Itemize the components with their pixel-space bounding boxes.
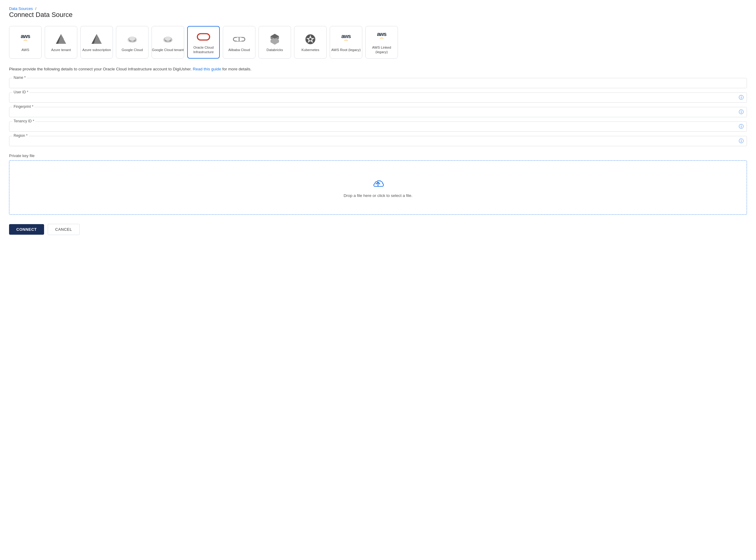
cloud-card-kubernetes-label: Kubernetes: [302, 48, 320, 52]
cloud-card-aws-linked-label: AWS Linked (legacy): [366, 45, 397, 54]
description: Please provide the following details to …: [9, 66, 747, 73]
aws-linked-icon: aws ⌒: [375, 30, 388, 43]
cloud-provider-grid: aws ⌒ AWS Azure tenant Azure subscriptio…: [9, 26, 747, 59]
cloud-card-aws[interactable]: aws ⌒ AWS: [9, 26, 42, 59]
cloud-card-azure-tenant[interactable]: Azure tenant: [45, 26, 77, 59]
svg-point-10: [129, 37, 135, 41]
name-input[interactable]: [13, 81, 743, 85]
google-cloud-icon: [126, 33, 139, 46]
svg-rect-16: [198, 34, 209, 40]
private-key-label: Private key file: [9, 154, 747, 158]
region-label: Region *: [13, 134, 29, 138]
user-id-help-icon[interactable]: ⓘ: [739, 94, 743, 101]
cloud-card-google-cloud-tenant-label: Google Cloud tenant: [152, 48, 184, 52]
user-id-field-group: User ID * ⓘ: [9, 93, 747, 103]
cloud-card-databricks[interactable]: Databricks: [259, 26, 291, 59]
cloud-card-aws-linked[interactable]: aws ⌒ AWS Linked (legacy): [365, 26, 398, 59]
fingerprint-field-group: Fingerprint * ⓘ: [9, 107, 747, 117]
name-label: Name *: [13, 76, 27, 80]
cloud-card-aws-label: AWS: [21, 48, 29, 52]
fingerprint-label: Fingerprint *: [13, 104, 35, 109]
breadcrumb-parent[interactable]: Data Sources: [9, 6, 33, 11]
file-drop-zone[interactable]: Drop a file here or click to select a fi…: [9, 160, 747, 215]
aws-icon: aws ⌒: [19, 33, 32, 46]
tenancy-id-input[interactable]: [13, 124, 743, 129]
cloud-card-alibaba-label: Alibaba Cloud: [228, 48, 250, 52]
region-help-icon[interactable]: ⓘ: [739, 138, 743, 144]
fingerprint-help-icon[interactable]: ⓘ: [739, 109, 743, 115]
description-suffix: for more details.: [222, 67, 251, 71]
cloud-card-google-cloud-label: Google Cloud: [122, 48, 143, 52]
svg-point-25: [309, 38, 311, 40]
page-title: Connect Data Source: [9, 11, 747, 19]
tenancy-id-label: Tenancy ID *: [13, 119, 35, 123]
name-field-group: Name *: [9, 78, 747, 88]
alibaba-icon: [232, 33, 246, 46]
cloud-card-google-cloud[interactable]: Google Cloud: [116, 26, 148, 59]
fingerprint-input[interactable]: [13, 109, 743, 115]
databricks-icon: [268, 33, 281, 46]
tenancy-id-help-icon[interactable]: ⓘ: [739, 123, 743, 129]
connect-button[interactable]: CONNECT: [9, 224, 44, 235]
cloud-card-aws-root-label: AWS Root (legacy): [331, 48, 361, 52]
region-input[interactable]: [13, 139, 743, 143]
breadcrumb: Data Sources /: [9, 6, 747, 11]
cloud-card-azure-subscription[interactable]: Azure subscription: [80, 26, 113, 59]
breadcrumb-separator: /: [35, 6, 37, 11]
azure-subscription-icon: [90, 33, 103, 46]
private-key-section: Private key file Drop a file here or cli…: [9, 154, 747, 215]
cancel-button[interactable]: CANCEL: [48, 224, 80, 235]
aws-root-icon: aws ⌒: [339, 33, 353, 46]
cloud-card-databricks-label: Databricks: [267, 48, 283, 52]
tenancy-id-field-group: Tenancy ID * ⓘ: [9, 121, 747, 132]
kubernetes-icon: [304, 33, 317, 46]
google-cloud-tenant-icon: [161, 33, 175, 46]
upload-icon: [372, 177, 384, 190]
description-text: Please provide the following details to …: [9, 67, 192, 71]
cloud-card-oracle-label: Oracle Cloud Infrastructure: [188, 45, 219, 54]
read-guide-link[interactable]: Read this guide: [193, 67, 221, 71]
cloud-card-oracle[interactable]: Oracle Cloud Infrastructure: [187, 26, 220, 59]
svg-point-15: [165, 37, 171, 41]
region-field-group: Region * ⓘ: [9, 136, 747, 146]
user-id-input[interactable]: [13, 95, 743, 100]
oracle-icon: [197, 30, 210, 43]
user-id-label: User ID *: [13, 90, 29, 94]
azure-tenant-icon: [54, 33, 68, 46]
connection-form: Name * User ID * ⓘ Fingerprint * ⓘ Tenan…: [9, 78, 747, 146]
cloud-card-kubernetes[interactable]: Kubernetes: [294, 26, 327, 59]
cloud-card-google-cloud-tenant[interactable]: Google Cloud tenant: [151, 26, 184, 59]
cloud-card-alibaba[interactable]: Alibaba Cloud: [223, 26, 256, 59]
cloud-card-azure-tenant-label: Azure tenant: [51, 48, 70, 52]
cloud-card-aws-root[interactable]: aws ⌒ AWS Root (legacy): [330, 26, 362, 59]
action-buttons: CONNECT CANCEL: [9, 222, 747, 235]
drop-text: Drop a file here or click to select a fi…: [344, 193, 412, 198]
cloud-card-azure-subscription-label: Azure subscription: [82, 48, 111, 52]
